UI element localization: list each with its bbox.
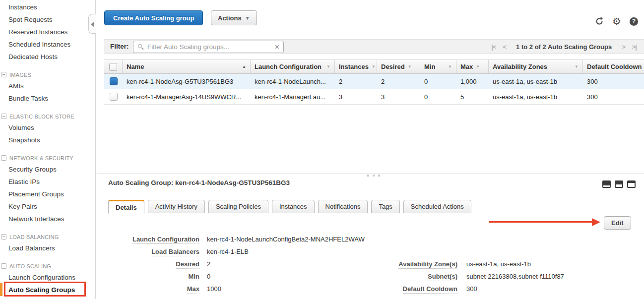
tab-activity-history[interactable]: Activity History [148, 200, 205, 213]
sidebar-section-ebs: ELASTIC BLOCK STORE [0, 111, 95, 121]
cell-launch-configuration: ken-rc4-1-NodeLaunch... [251, 74, 335, 89]
sidebar-item-elastic-ips[interactable]: Elastic IPs [0, 176, 95, 188]
field-label: Subnet(s) [428, 273, 457, 281]
field-label: Desired [176, 260, 199, 269]
sidebar-item-snapshots[interactable]: Snapshots [0, 134, 95, 146]
sidebar-item-placement-groups[interactable]: Placement Groups [0, 188, 95, 200]
tab-scaling-policies[interactable]: Scaling Policies [208, 200, 268, 213]
edit-button[interactable]: Edit [604, 216, 631, 230]
sidebar-item-network-interfaces[interactable]: Network Interfaces [0, 213, 95, 225]
details-pane-title: Auto Scaling Group: ken-rc4-1-NodeAsg-G5… [108, 179, 290, 186]
sidebar-item-auto-scaling-groups[interactable]: Auto Scaling Groups [0, 284, 95, 296]
cell-desired: 2 [377, 74, 420, 89]
sidebar: Instances Spot Requests Reserved Instanc… [0, 0, 96, 299]
column-header-availability-zones[interactable]: Availability Zones [489, 60, 583, 73]
select-all-checkbox[interactable] [109, 63, 117, 71]
pane-layout-large-icon[interactable] [627, 180, 636, 188]
row-checkbox-cell [104, 74, 123, 89]
create-auto-scaling-group-button[interactable]: Create Auto Scaling group [104, 10, 203, 25]
pane-layout-half-icon[interactable] [615, 180, 623, 188]
column-header-max[interactable]: Max [456, 60, 489, 73]
sidebar-item-scheduled-instances[interactable]: Scheduled Instances [0, 38, 95, 51]
details-tabs: Details Activity History Scaling Policie… [108, 200, 475, 214]
filter-input[interactable] [147, 41, 270, 53]
column-header-launch-configuration[interactable]: Launch Configuration [251, 60, 335, 73]
gear-icon[interactable]: ⚙ [612, 17, 621, 26]
collapse-minus-icon[interactable] [1, 72, 6, 77]
sidebar-item-launch-configurations[interactable]: Launch Configurations [0, 271, 95, 284]
help-icon[interactable]: ? [630, 17, 638, 26]
row-checkbox[interactable] [110, 77, 118, 85]
help-question-mark: ? [630, 17, 638, 26]
field-label: Availability Zone(s) [398, 260, 457, 269]
auto-scaling-groups-table: Name Launch Configuration Instances Desi… [104, 60, 644, 105]
table-row[interactable]: ken-rc4-1-ManagerAsg-14US9WWCR... ken-rc… [104, 89, 644, 105]
sidebar-section-network-security: NETWORK & SECURITY [0, 153, 95, 163]
cell-name: ken-rc4-1-NodeAsg-G5TU3P561BG3 [123, 74, 251, 89]
column-header-default-cooldown[interactable]: Default Cooldown [583, 60, 644, 73]
column-label: Min [424, 63, 435, 70]
collapse-left-arrow-icon [91, 22, 94, 27]
clear-filter-icon[interactable] [275, 42, 279, 52]
tab-tags[interactable]: Tags [371, 200, 399, 213]
collapse-minus-icon[interactable] [1, 155, 6, 161]
sidebar-item-volumes[interactable]: Volumes [0, 121, 95, 134]
next-page-icon[interactable]: > [622, 43, 625, 51]
collapse-minus-icon[interactable] [1, 114, 6, 119]
tab-details[interactable]: Details [108, 200, 144, 214]
section-header-label: ELASTIC BLOCK STORE [9, 114, 74, 120]
refresh-icon[interactable] [595, 17, 604, 26]
column-label: Availability Zones [493, 63, 547, 70]
table-row[interactable]: ken-rc4-1-NodeAsg-G5TU3P561BG3 ken-rc4-1… [104, 74, 644, 89]
sidebar-item-instances[interactable]: Instances [0, 1, 95, 13]
row-checkbox-cell [104, 89, 123, 104]
cell-min: 0 [420, 74, 456, 89]
field-value: 300 [466, 283, 477, 295]
actions-button[interactable]: Actions [211, 10, 257, 25]
sidebar-item-amis[interactable]: AMIs [0, 80, 95, 92]
cell-availability-zones: us-east-1a, us-east-1b [489, 74, 583, 89]
select-all-cell [104, 60, 123, 73]
column-header-desired[interactable]: Desired [377, 60, 420, 73]
last-page-icon[interactable]: >| [632, 43, 637, 51]
first-page-icon[interactable]: |< [491, 43, 496, 51]
sort-icon [476, 64, 480, 69]
search-icon [138, 44, 142, 48]
collapse-minus-icon[interactable] [1, 234, 6, 239]
sidebar-item-load-balancers[interactable]: Load Balancers [0, 242, 95, 254]
field-value: ken-rc4-1-NodeLaunchConfigBeta2-MNA2HFEL… [207, 233, 365, 245]
annotation-red-arrow [489, 221, 592, 223]
section-header-label: NETWORK & SECURITY [9, 155, 73, 161]
column-header-min[interactable]: Min [420, 60, 456, 73]
sidebar-item-bundle-tasks[interactable]: Bundle Tasks [0, 92, 95, 105]
actions-button-label: Actions [218, 14, 242, 22]
sidebar-item-security-groups[interactable]: Security Groups [0, 163, 95, 176]
pane-drag-handle[interactable] [367, 175, 380, 177]
sidebar-item-dedicated-hosts[interactable]: Dedicated Hosts [0, 51, 95, 63]
column-header-instances[interactable]: Instances [335, 60, 377, 73]
details-pane-divider [97, 174, 644, 174]
column-header-name[interactable]: Name [123, 60, 251, 73]
tab-scheduled-actions[interactable]: Scheduled Actions [403, 200, 471, 213]
field-value: EC2 [207, 295, 219, 299]
filter-bar: Filter: |< < 1 to 2 of 2 Auto Scaling Gr… [104, 39, 644, 54]
sidebar-item-spot-requests[interactable]: Spot Requests [0, 13, 95, 26]
row-checkbox[interactable] [110, 93, 118, 101]
column-label: Default Cooldown [587, 63, 642, 70]
sidebar-item-reserved-instances[interactable]: Reserved Instances [0, 26, 95, 38]
prev-page-icon[interactable]: < [503, 43, 506, 51]
section-header-label: IMAGES [9, 72, 31, 78]
tab-instances[interactable]: Instances [272, 200, 315, 213]
sidebar-item-key-pairs[interactable]: Key Pairs [0, 200, 95, 213]
field-label: Load Balancers [151, 248, 199, 256]
cell-default-cooldown: 300 [583, 89, 644, 104]
pane-layout-small-icon[interactable] [602, 180, 611, 188]
collapse-minus-icon[interactable] [1, 263, 6, 269]
tab-notifications[interactable]: Notifications [318, 200, 368, 213]
cell-desired: 3 [377, 89, 420, 104]
sidebar-collapse-tab[interactable] [88, 14, 96, 34]
sort-icon [448, 64, 452, 69]
cell-max: 1,000 [456, 74, 489, 89]
field-value: 2 [207, 258, 210, 270]
sort-icon [408, 64, 412, 69]
